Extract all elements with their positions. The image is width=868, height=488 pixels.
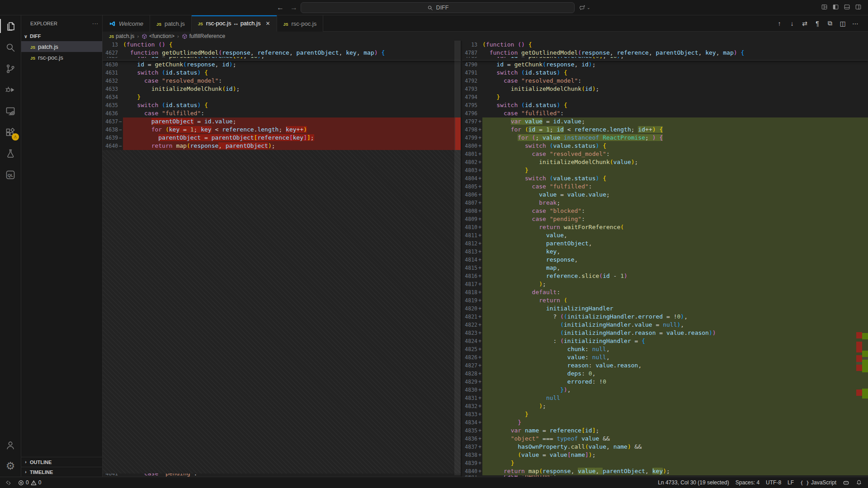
search-icon bbox=[5, 42, 16, 53]
activity-item-testing[interactable] bbox=[0, 143, 21, 164]
diff-sign: + bbox=[477, 280, 482, 288]
activity-item-run-debug[interactable] bbox=[0, 79, 21, 100]
line-number: 4796 bbox=[462, 109, 477, 117]
diff-editor-modified[interactable]: 13(function () {4787 function getOutline… bbox=[462, 41, 868, 477]
line-number: 4818 bbox=[462, 288, 477, 296]
activity-item-extensions[interactable]: ⚠ bbox=[0, 122, 21, 143]
search-icon bbox=[427, 5, 434, 11]
remote-indicator[interactable] bbox=[2, 479, 15, 486]
overview-deleted-mark bbox=[856, 389, 862, 396]
tab-rsc-poc-js[interactable]: JSrsc-poc.js bbox=[277, 15, 324, 32]
sidebar-section-diff[interactable]: ∨ DIFF bbox=[21, 31, 102, 41]
close-icon[interactable]: ✕ bbox=[265, 20, 270, 27]
sidebar-section-timeline[interactable]: ›TIMELINE bbox=[21, 467, 102, 477]
problems-status[interactable]: 0 0 bbox=[15, 479, 44, 486]
activity-item-accounts[interactable] bbox=[0, 434, 21, 455]
line-number: 4824 bbox=[462, 337, 477, 345]
diff-sign: + bbox=[477, 321, 482, 329]
line-number: 4822 bbox=[462, 321, 477, 329]
diff-sign bbox=[477, 49, 482, 57]
code-text: initializeModelChunk(id); bbox=[482, 85, 868, 93]
breadcrumb-item[interactable]: <function> bbox=[142, 33, 175, 39]
sidebar-file-patch.js[interactable]: JSpatch.js bbox=[21, 41, 102, 52]
navigate-back-icon[interactable]: ← bbox=[277, 4, 284, 12]
line-number: 4823 bbox=[462, 329, 477, 337]
language-label: JavaScript bbox=[811, 479, 836, 486]
breadcrumb-item[interactable]: JSpatch.js bbox=[109, 33, 134, 39]
sidebar-section-outline[interactable]: ›OUTLINE bbox=[21, 457, 102, 467]
chevron-down-icon: ∨ bbox=[23, 34, 28, 39]
scrollbar-slider[interactable] bbox=[454, 41, 461, 475]
breadcrumb-item[interactable]: fulfillReference bbox=[182, 33, 225, 39]
warning-icon bbox=[31, 480, 37, 486]
toggle-primary-sidebar-icon[interactable] bbox=[832, 4, 839, 12]
code-area[interactable]: 4630 id = getChunk(response, id);4631 sw… bbox=[103, 61, 461, 150]
code-line: 4826+ value: null, bbox=[462, 353, 868, 361]
tab-diff-rsc-poc-patch[interactable]: JSrsc-poc.js ↔ patch.js✕ bbox=[192, 15, 277, 32]
code-text: (initializingHandler.value = null), bbox=[482, 321, 868, 329]
line-number: 4632 bbox=[103, 77, 118, 85]
breadcrumb-label: <function> bbox=[149, 33, 175, 39]
js-icon: JS bbox=[198, 20, 203, 27]
tab-patch-js[interactable]: JSpatch.js bbox=[150, 15, 192, 32]
swap-diff-sides-icon[interactable]: ⇄ bbox=[799, 18, 810, 29]
code-text: ); bbox=[482, 280, 868, 288]
scrollbar[interactable] bbox=[454, 41, 461, 477]
explorer-sidebar: EXPLORER ··· ∨ DIFF JSpatch.jsJSrsc-poc.… bbox=[21, 15, 103, 477]
navigate-forward-icon[interactable]: → bbox=[290, 4, 297, 12]
remote-indicator-icon bbox=[5, 479, 12, 486]
line-number: 4831 bbox=[462, 394, 477, 402]
split-editor-icon[interactable]: ◫ bbox=[837, 18, 848, 29]
activity-item-explorer[interactable] bbox=[0, 15, 21, 37]
code-line: 4808+ case "blocked": bbox=[462, 207, 868, 215]
copilot-status[interactable] bbox=[840, 479, 853, 486]
more-actions-icon[interactable]: ⋯ bbox=[850, 18, 861, 29]
chevron-down-icon: ⌄ bbox=[587, 5, 590, 10]
clipped-line: 4789 var id = parseInt(reference[0], 16)… bbox=[462, 57, 868, 60]
diff-sign: + bbox=[477, 199, 482, 207]
activity-item-remote-explorer[interactable] bbox=[0, 100, 21, 122]
next-change-icon[interactable]: ↓ bbox=[787, 18, 797, 29]
code-line: 4789 var id = parseInt(reference[0], 16)… bbox=[462, 57, 868, 60]
toggle-whitespace-icon[interactable]: ¶ bbox=[812, 18, 823, 29]
remote-explorer-icon bbox=[5, 106, 16, 117]
sidebar-more-actions-icon[interactable]: ··· bbox=[92, 21, 99, 26]
open-file-icon[interactable]: ⧉ bbox=[825, 18, 835, 29]
customize-layout-icon[interactable] bbox=[821, 4, 828, 12]
cursor-position-status[interactable]: Ln 4733, Col 30 (19 selected) bbox=[655, 479, 732, 486]
code-line: 4799+ for (; value instanceof ReactPromi… bbox=[462, 134, 868, 142]
copilot-chat-button[interactable]: ⌄ bbox=[579, 2, 590, 13]
activity-item-search[interactable] bbox=[0, 37, 21, 58]
encoding-status[interactable]: UTF-8 bbox=[763, 479, 784, 486]
activity-item-source-control[interactable] bbox=[0, 58, 21, 79]
command-center-search[interactable]: DIFF bbox=[301, 2, 575, 13]
error-count: 0 bbox=[26, 479, 29, 486]
code-line: 4812+ parentObject, bbox=[462, 239, 868, 248]
tab-welcome[interactable]: Welcome bbox=[103, 15, 150, 32]
indentation-status[interactable]: Spaces: 4 bbox=[732, 479, 763, 486]
line-number: 4808 bbox=[462, 207, 477, 215]
gear-icon: ⚙ bbox=[6, 461, 15, 471]
notifications-bell[interactable] bbox=[853, 479, 865, 486]
sidebar-file-rsc-poc.js[interactable]: JSrsc-poc.js bbox=[21, 52, 102, 63]
diff-editor-original[interactable]: 13(function () {4627 function getOutline… bbox=[103, 41, 461, 477]
activity-item-codeql[interactable]: QL bbox=[0, 164, 21, 185]
code-line: 4640− return map(response, parentObject)… bbox=[103, 142, 461, 150]
diff-sign: + bbox=[477, 296, 482, 305]
code-area[interactable]: 4790 id = getChunk(response, id);4791 sw… bbox=[462, 61, 868, 475]
activity-item-settings[interactable]: ⚙ bbox=[0, 455, 21, 477]
editor-actions: ↑↓⇄¶⧉◫⋯ bbox=[774, 15, 868, 31]
eol-status[interactable]: LF bbox=[784, 479, 797, 486]
code-line: 4796 case "fulfilled": bbox=[462, 109, 868, 117]
code-text: for (key = 1; key < reference.length; ke… bbox=[123, 126, 461, 134]
code-line: 4806+ value = value.value; bbox=[462, 191, 868, 199]
previous-change-icon[interactable]: ↑ bbox=[774, 18, 785, 29]
toggle-panel-icon[interactable] bbox=[844, 4, 850, 12]
toggle-secondary-sidebar-icon[interactable] bbox=[855, 4, 862, 12]
toggle-panel-icon bbox=[844, 4, 850, 10]
chevron-right-icon: › bbox=[23, 460, 28, 465]
sidebar-section-label: OUTLINE bbox=[30, 460, 52, 465]
language-mode-status[interactable]: { } JavaScript bbox=[797, 479, 840, 486]
scrollbar[interactable] bbox=[856, 41, 868, 477]
code-text: case "fulfilled": bbox=[482, 183, 868, 191]
